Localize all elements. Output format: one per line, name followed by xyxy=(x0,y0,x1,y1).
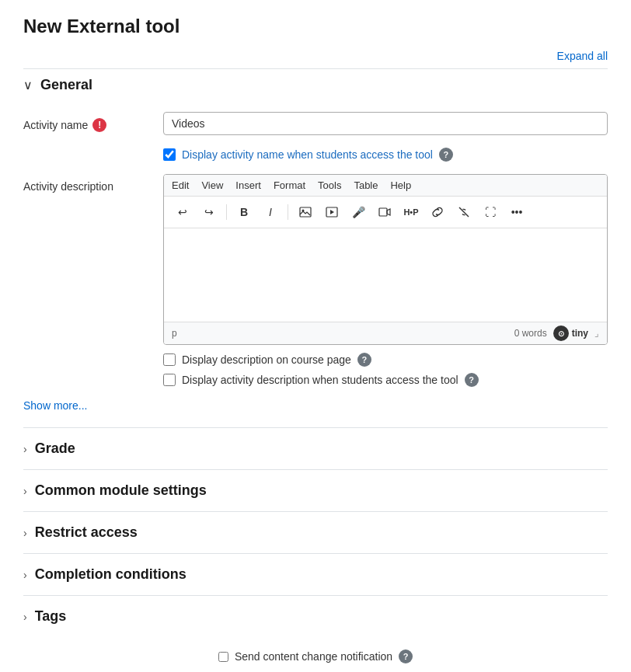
more-button[interactable]: ••• xyxy=(506,201,528,223)
required-icon: ! xyxy=(92,118,106,132)
notification-help-icon[interactable]: ? xyxy=(399,649,413,663)
general-section-body: Activity name ! Display activity name wh… xyxy=(23,104,608,427)
tags-chevron-icon: › xyxy=(23,611,27,623)
activity-description-label: Activity description xyxy=(23,174,163,193)
activity-name-label: Activity name ! xyxy=(23,112,163,132)
italic-button[interactable]: I xyxy=(260,201,281,223)
tags-section: › Tags xyxy=(23,595,608,637)
general-section-title: General xyxy=(40,77,92,93)
undo-button[interactable]: ↩ xyxy=(172,201,193,223)
display-name-help-icon[interactable]: ? xyxy=(439,148,453,162)
word-count: 0 words xyxy=(514,328,547,339)
description-checkboxes: Display description on course page ? Dis… xyxy=(163,353,608,387)
display-desc-course-row: Display description on course page ? xyxy=(163,353,608,367)
menu-format[interactable]: Format xyxy=(274,179,305,191)
hp-button[interactable]: H•P xyxy=(400,201,422,223)
display-desc-course-label[interactable]: Display description on course page xyxy=(182,353,351,366)
unlink-button[interactable] xyxy=(453,201,475,223)
bold-button[interactable]: B xyxy=(233,201,255,223)
media-button[interactable] xyxy=(321,201,343,223)
tiny-circle-icon: ⊙ xyxy=(553,326,569,341)
tags-section-header[interactable]: › Tags xyxy=(23,596,608,637)
notification-label[interactable]: Send content change notification xyxy=(235,650,392,663)
common-module-section: › Common module settings xyxy=(23,469,608,511)
completion-section-header[interactable]: › Completion conditions xyxy=(23,554,608,595)
fullscreen-button[interactable]: ⛶ xyxy=(479,201,501,223)
completion-chevron-icon: › xyxy=(23,569,27,581)
menu-view[interactable]: View xyxy=(201,179,223,191)
menu-table[interactable]: Table xyxy=(354,179,378,191)
display-desc-students-row: Display activity description when studen… xyxy=(163,373,608,387)
display-desc-students-help-icon[interactable]: ? xyxy=(465,373,479,387)
editor-footer: p 0 words ⊙ tiny ⌟ xyxy=(164,322,607,344)
completion-section: › Completion conditions xyxy=(23,553,608,595)
menu-insert[interactable]: Insert xyxy=(235,179,261,191)
restrict-access-section: › Restrict access xyxy=(23,511,608,553)
mic-button[interactable]: 🎤 xyxy=(347,201,369,223)
link-button[interactable] xyxy=(427,201,448,223)
common-module-chevron-icon: › xyxy=(23,485,27,497)
editor-menubar: Edit View Insert Format Tools Table Help xyxy=(164,175,607,197)
common-module-section-header[interactable]: › Common module settings xyxy=(23,470,608,511)
svg-marker-3 xyxy=(330,210,334,214)
activity-name-input[interactable] xyxy=(163,112,608,135)
general-section-header[interactable]: ∨ General xyxy=(23,69,608,104)
grade-chevron-icon: › xyxy=(23,443,27,455)
display-desc-students-checkbox[interactable] xyxy=(163,374,176,386)
svg-rect-0 xyxy=(300,207,311,217)
toolbar-sep-1 xyxy=(226,204,227,220)
notification-checkbox[interactable] xyxy=(218,652,228,662)
tiny-logo: ⊙ tiny xyxy=(553,326,588,341)
svg-rect-4 xyxy=(379,208,387,216)
activity-description-row: Activity description Edit View Insert Fo… xyxy=(23,174,608,387)
redo-button[interactable]: ↪ xyxy=(198,201,220,223)
resize-handle-icon[interactable]: ⌟ xyxy=(594,328,599,339)
menu-tools[interactable]: Tools xyxy=(318,179,341,191)
restrict-access-section-header[interactable]: › Restrict access xyxy=(23,512,608,553)
general-chevron-icon: ∨ xyxy=(23,78,33,92)
film-button[interactable] xyxy=(374,201,396,223)
completion-section-title: Completion conditions xyxy=(35,566,187,583)
display-desc-course-checkbox[interactable] xyxy=(163,353,176,366)
expand-all-link[interactable]: Expand all xyxy=(557,50,608,62)
editor-toolbar: ↩ ↪ B I 🎤 xyxy=(164,197,607,228)
tags-section-title: Tags xyxy=(35,608,67,625)
tinymce-editor: Edit View Insert Format Tools Table Help… xyxy=(163,174,608,345)
display-name-checkbox-row: Display activity name when students acce… xyxy=(163,148,608,162)
display-desc-course-help-icon[interactable]: ? xyxy=(357,353,371,367)
menu-edit[interactable]: Edit xyxy=(172,179,189,191)
show-more-link[interactable]: Show more... xyxy=(23,399,608,412)
activity-name-wrap xyxy=(163,112,608,135)
activity-name-row: Activity name ! xyxy=(23,112,608,135)
editor-tag: p xyxy=(172,328,177,339)
display-name-label[interactable]: Display activity name when students acce… xyxy=(182,148,433,161)
editor-body[interactable] xyxy=(164,228,607,322)
editor-wrap: Edit View Insert Format Tools Table Help… xyxy=(163,174,608,387)
restrict-access-section-title: Restrict access xyxy=(35,524,138,541)
common-module-section-title: Common module settings xyxy=(35,482,207,499)
notification-row: Send content change notification ? xyxy=(23,649,608,663)
grade-section-title: Grade xyxy=(35,440,75,457)
toolbar-sep-2 xyxy=(288,204,288,220)
display-name-checkbox[interactable] xyxy=(163,148,176,161)
grade-section: › Grade xyxy=(23,427,608,469)
grade-section-header[interactable]: › Grade xyxy=(23,428,608,469)
restrict-access-chevron-icon: › xyxy=(23,527,27,539)
menu-help[interactable]: Help xyxy=(390,179,411,191)
image-button[interactable] xyxy=(295,201,316,223)
page-title: New External tool xyxy=(23,16,608,37)
display-desc-students-label[interactable]: Display activity description when studen… xyxy=(182,374,458,386)
